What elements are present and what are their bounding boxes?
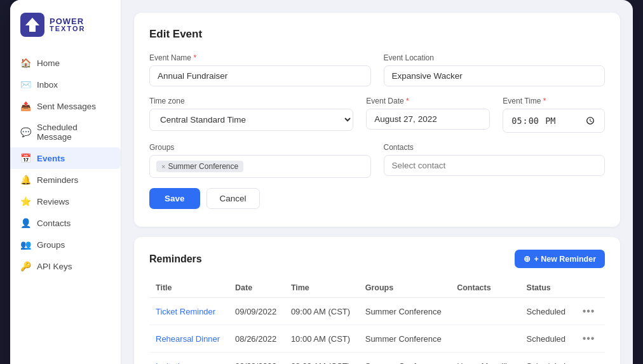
sidebar-item-sent-messages[interactable]: 📤 Sent Messages xyxy=(10,95,121,117)
events-icon: 📅 xyxy=(20,153,30,163)
inbox-icon: ✉️ xyxy=(20,79,30,90)
app-container: POWER TEXTOR 🏠 Home ✉️ Inbox 📤 Sent Mess… xyxy=(10,0,633,364)
more-button[interactable]: ••• xyxy=(580,359,598,364)
logo-textor: TEXTOR xyxy=(50,25,85,32)
form-row-1: Event Name * Event Location xyxy=(149,53,605,86)
sidebar-item-label: Scheduled Message xyxy=(37,123,111,142)
row-time: 09:00 AM (CST) xyxy=(285,298,359,325)
table-row: Ticket Reminder 09/09/2022 09:00 AM (CST… xyxy=(149,298,605,325)
row-date: 08/20/2022 xyxy=(229,353,285,364)
row-status: Scheduled xyxy=(520,353,574,364)
sidebar-item-reviews[interactable]: ⭐ Reviews xyxy=(10,191,121,212)
status-badge: Scheduled xyxy=(527,334,565,344)
event-location-input[interactable] xyxy=(384,65,606,86)
scheduled-icon: 💬 xyxy=(20,127,30,137)
table-row: Rehearsal Dinner 08/26/2022 10:00 AM (CS… xyxy=(149,325,605,353)
tag-close-icon[interactable]: × xyxy=(161,163,165,170)
groups-tag-input[interactable]: × Summer Conference xyxy=(149,155,371,178)
row-groups: Summer Conference xyxy=(359,298,450,325)
row-groups: Summer Conference xyxy=(359,353,450,364)
sidebar-item-label: Contacts xyxy=(37,219,71,228)
event-time-label: Event Time * xyxy=(503,97,605,105)
row-contacts: Henry Mauville xyxy=(450,353,520,364)
sidebar-item-groups[interactable]: 👥 Groups xyxy=(10,234,121,255)
row-title: Invitation xyxy=(149,353,229,364)
form-actions: Save Cancel xyxy=(149,188,605,209)
table-row: Invitation 08/20/2022 08:00 AM (CST) Sum… xyxy=(149,353,605,364)
event-date-group: Event Date * xyxy=(366,97,490,133)
status-badge: Scheduled xyxy=(527,307,565,316)
sent-icon: 📤 xyxy=(20,101,30,111)
sidebar-item-inbox[interactable]: ✉️ Inbox xyxy=(10,74,121,95)
logo: POWER TEXTOR xyxy=(10,13,121,52)
new-reminder-button[interactable]: ⊕ + New Reminder xyxy=(515,250,605,268)
contacts-label: Contacts xyxy=(384,143,606,152)
sidebar-item-scheduled-message[interactable]: 💬 Scheduled Message xyxy=(10,117,121,147)
contacts-icon: 👤 xyxy=(20,218,30,228)
save-button[interactable]: Save xyxy=(149,188,200,209)
row-status: Scheduled xyxy=(520,298,574,325)
row-actions: ••• xyxy=(574,298,605,325)
api-keys-icon: 🔑 xyxy=(20,261,30,271)
contacts-group: Contacts xyxy=(384,143,606,178)
row-time: 08:00 AM (CST) xyxy=(285,353,359,364)
row-date: 08/26/2022 xyxy=(229,325,285,353)
logo-icon xyxy=(20,13,44,37)
groups-group: Groups × Summer Conference xyxy=(149,143,371,178)
reviews-icon: ⭐ xyxy=(20,196,30,206)
home-icon: 🏠 xyxy=(20,58,30,68)
sidebar-item-label: Groups xyxy=(37,240,65,250)
reminders-section: Reminders ⊕ + New Reminder Title Date Ti… xyxy=(134,237,620,364)
status-badge: Scheduled xyxy=(527,361,565,364)
col-time: Time xyxy=(285,278,359,298)
main-content: Edit Event Event Name * Event Location T… xyxy=(121,0,633,364)
groups-tag-label: Summer Conference xyxy=(168,162,238,171)
col-date: Date xyxy=(229,278,285,298)
event-time-group: Event Time * xyxy=(503,97,605,133)
reminder-link[interactable]: Ticket Reminder xyxy=(156,307,215,316)
event-time-input[interactable] xyxy=(503,109,605,133)
timezone-label: Time zone xyxy=(149,97,353,105)
sidebar-item-api-keys[interactable]: 🔑 API Keys xyxy=(10,255,121,277)
row-title: Rehearsal Dinner xyxy=(149,325,229,353)
edit-event-card: Edit Event Event Name * Event Location T… xyxy=(134,13,620,227)
sidebar-item-contacts[interactable]: 👤 Contacts xyxy=(10,212,121,234)
cancel-button[interactable]: Cancel xyxy=(206,188,260,209)
row-actions: ••• xyxy=(574,353,605,364)
event-name-input[interactable] xyxy=(149,65,371,86)
row-status: Scheduled xyxy=(520,325,574,353)
sidebar-item-label: API Keys xyxy=(37,262,72,271)
sidebar: POWER TEXTOR 🏠 Home ✉️ Inbox 📤 Sent Mess… xyxy=(10,0,121,364)
sidebar-item-reminders[interactable]: 🔔 Reminders xyxy=(10,169,121,191)
plus-icon: ⊕ xyxy=(524,254,531,264)
timezone-group: Time zone Central Standard Time xyxy=(149,97,353,133)
logo-text: POWER TEXTOR xyxy=(50,17,85,32)
more-button[interactable]: ••• xyxy=(580,304,598,318)
event-location-group: Event Location xyxy=(384,53,606,86)
event-location-label: Event Location xyxy=(384,53,606,62)
event-name-label: Event Name * xyxy=(149,53,371,62)
reminders-table: Title Date Time Groups Contacts Status T… xyxy=(149,278,605,364)
sidebar-item-label: Sent Messages xyxy=(37,102,96,111)
event-date-input[interactable] xyxy=(366,109,490,130)
timezone-select[interactable]: Central Standard Time xyxy=(149,109,353,131)
sidebar-item-label: Home xyxy=(37,58,60,68)
reminder-link[interactable]: Rehearsal Dinner xyxy=(156,334,220,344)
table-head: Title Date Time Groups Contacts Status xyxy=(149,278,605,298)
sidebar-item-label: Reviews xyxy=(37,197,69,206)
row-time: 10:00 AM (CST) xyxy=(285,325,359,353)
reminder-link[interactable]: Invitation xyxy=(156,361,189,364)
reminders-icon: 🔔 xyxy=(20,175,30,185)
more-button[interactable]: ••• xyxy=(580,332,598,346)
row-date: 09/09/2022 xyxy=(229,298,285,325)
contacts-input[interactable] xyxy=(384,155,606,176)
row-groups: Summer Conference xyxy=(359,325,450,353)
form-row-2: Time zone Central Standard Time Event Da… xyxy=(149,97,605,133)
sidebar-item-home[interactable]: 🏠 Home xyxy=(10,52,121,74)
col-contacts: Contacts xyxy=(450,278,520,298)
row-contacts xyxy=(450,325,520,353)
row-contacts xyxy=(450,298,520,325)
groups-label: Groups xyxy=(149,143,371,152)
sidebar-item-events[interactable]: 📅 Events xyxy=(10,147,121,169)
groups-icon: 👥 xyxy=(20,239,30,250)
